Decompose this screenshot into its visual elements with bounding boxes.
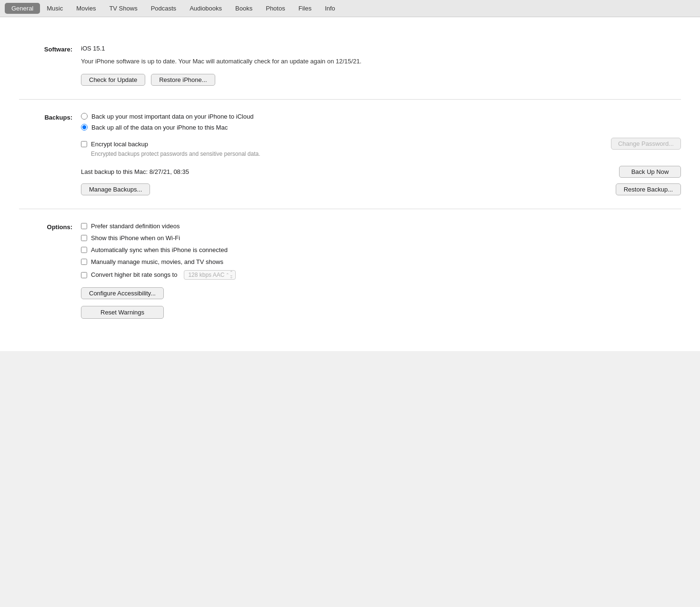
opt5-prefix: Convert higher bit rate songs to: [91, 271, 177, 278]
tab-files[interactable]: Files: [292, 3, 318, 14]
backups-label: Backups:: [19, 113, 81, 195]
option-standard-def[interactable]: Prefer standard definition videos: [81, 223, 681, 230]
restore-backup-button[interactable]: Restore Backup...: [616, 183, 681, 195]
opt2-checkbox[interactable]: [81, 235, 87, 241]
manage-restore-row: Manage Backups... Restore Backup...: [81, 183, 681, 195]
tab-movies[interactable]: Movies: [70, 3, 102, 14]
reset-warnings-button[interactable]: Reset Warnings: [81, 306, 164, 319]
backups-section: Backups: Back up your most important dat…: [19, 100, 681, 209]
tab-audiobooks[interactable]: Audiobooks: [183, 3, 229, 14]
options-list: Prefer standard definition videos Show t…: [81, 223, 681, 280]
encrypt-change-row: Encrypt local backup Encrypted backups p…: [81, 138, 681, 164]
tab-bar: GeneralMusicMoviesTV ShowsPodcastsAudiob…: [0, 0, 700, 17]
backup-radio-group: Back up your most important data on your…: [81, 113, 681, 131]
opt3-label: Automatically sync when this iPhone is c…: [91, 246, 228, 253]
opt2-label: Show this iPhone when on Wi-Fi: [91, 234, 180, 242]
software-button-row: Check for Update Restore iPhone...: [81, 74, 681, 86]
software-version: iOS 15.1: [81, 45, 681, 52]
radio-icloud-label: Back up your most important data on your…: [91, 113, 253, 120]
radio-mac-label: Back up all of the data on your iPhone t…: [91, 124, 228, 131]
reset-warnings-row: Reset Warnings: [81, 306, 681, 319]
option-bit-rate: Convert higher bit rate songs to 128 kbp…: [81, 270, 681, 280]
tab-info[interactable]: Info: [318, 3, 342, 14]
tab-podcasts[interactable]: Podcasts: [144, 3, 183, 14]
radio-mac-option[interactable]: Back up all of the data on your iPhone t…: [81, 124, 681, 131]
bit-rate-select-wrapper[interactable]: 128 kbps AAC192 kbps AAC256 kbps AAC320 …: [181, 270, 236, 280]
encrypt-label: Encrypt local backup: [91, 141, 148, 148]
opt1-checkbox[interactable]: [81, 223, 87, 229]
software-section: Software: iOS 15.1 Your iPhone software …: [19, 31, 681, 100]
options-section: Options: Prefer standard definition vide…: [19, 209, 681, 332]
last-backup-label: Last backup to this Mac:: [81, 168, 150, 175]
check-update-button[interactable]: Check for Update: [81, 74, 145, 86]
opt5-checkbox[interactable]: [81, 272, 87, 278]
option-wifi[interactable]: Show this iPhone when on Wi-Fi: [81, 234, 681, 242]
encrypt-checkbox[interactable]: [81, 141, 87, 147]
backups-content: Back up your most important data on your…: [81, 113, 681, 195]
tab-general[interactable]: General: [5, 3, 40, 14]
last-backup-text: Last backup to this Mac: 8/27/21, 08:35: [81, 168, 189, 175]
software-description: Your iPhone software is up to date. Your…: [81, 57, 376, 66]
last-backup-date: 8/27/21, 08:35: [150, 168, 189, 175]
tab-photos[interactable]: Photos: [259, 3, 291, 14]
radio-icloud-option[interactable]: Back up your most important data on your…: [81, 113, 681, 120]
encrypt-description: Encrypted backups protect passwords and …: [91, 151, 611, 157]
encrypt-left: Encrypt local backup Encrypted backups p…: [81, 138, 611, 164]
opt1-label: Prefer standard definition videos: [91, 223, 180, 230]
option-auto-sync[interactable]: Automatically sync when this iPhone is c…: [81, 246, 681, 253]
restore-iphone-button[interactable]: Restore iPhone...: [151, 74, 215, 86]
manage-backups-button[interactable]: Manage Backups...: [81, 183, 150, 195]
tab-books[interactable]: Books: [229, 3, 259, 14]
back-up-now-button[interactable]: Back Up Now: [619, 166, 681, 178]
software-label: Software:: [19, 45, 81, 86]
opt4-checkbox[interactable]: [81, 259, 87, 265]
tab-music[interactable]: Music: [40, 3, 70, 14]
options-content: Prefer standard definition videos Show t…: [81, 223, 681, 319]
configure-accessibility-button[interactable]: Configure Accessibility...: [81, 287, 164, 299]
accessibility-row: Configure Accessibility...: [81, 287, 681, 299]
option-manually-manage[interactable]: Manually manage music, movies, and TV sh…: [81, 258, 681, 265]
tab-tvshows[interactable]: TV Shows: [102, 3, 144, 14]
main-content: Software: iOS 15.1 Your iPhone software …: [0, 17, 700, 351]
radio-mac-input[interactable]: [81, 124, 88, 131]
opt3-checkbox[interactable]: [81, 247, 87, 253]
encrypt-row: Encrypt local backup: [81, 141, 611, 148]
radio-icloud-input[interactable]: [81, 113, 88, 120]
bit-rate-select[interactable]: 128 kbps AAC192 kbps AAC256 kbps AAC320 …: [184, 270, 236, 280]
change-password-button[interactable]: Change Password...: [611, 138, 681, 150]
software-content: iOS 15.1 Your iPhone software is up to d…: [81, 45, 681, 86]
options-label: Options:: [19, 223, 81, 319]
backup-info-row: Last backup to this Mac: 8/27/21, 08:35 …: [81, 166, 681, 178]
opt4-label: Manually manage music, movies, and TV sh…: [91, 258, 223, 265]
